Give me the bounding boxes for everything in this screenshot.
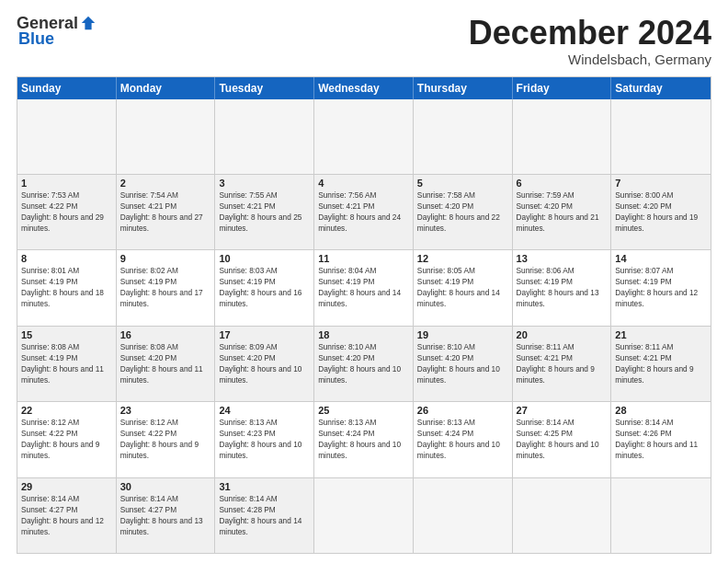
calendar-cell: 18Sunrise: 8:10 AMSunset: 4:20 PMDayligh… — [314, 327, 414, 401]
day-info: Sunrise: 8:12 AMSunset: 4:22 PMDaylight:… — [21, 417, 112, 461]
day-of-week-friday: Friday — [513, 77, 612, 99]
calendar-cell — [611, 478, 711, 553]
day-info: Sunrise: 8:06 AMSunset: 4:19 PMDaylight:… — [517, 265, 608, 309]
day-number: 10 — [219, 253, 310, 264]
calendar-cell — [215, 99, 314, 174]
day-number: 6 — [517, 178, 608, 189]
day-of-week-monday: Monday — [117, 77, 216, 99]
day-info: Sunrise: 8:08 AMSunset: 4:20 PMDaylight:… — [120, 341, 211, 385]
calendar-cell: 16Sunrise: 8:08 AMSunset: 4:20 PMDayligh… — [117, 327, 216, 401]
calendar-cell: 5Sunrise: 7:58 AMSunset: 4:20 PMDaylight… — [414, 175, 513, 249]
day-number: 22 — [21, 405, 112, 416]
calendar-cell: 4Sunrise: 7:56 AMSunset: 4:21 PMDaylight… — [314, 175, 414, 249]
day-info: Sunrise: 7:59 AMSunset: 4:20 PMDaylight:… — [517, 190, 608, 234]
day-info: Sunrise: 8:02 AMSunset: 4:19 PMDaylight:… — [120, 265, 211, 309]
day-number: 28 — [615, 405, 707, 416]
svg-marker-0 — [82, 17, 95, 29]
calendar-cell — [17, 99, 117, 174]
day-info: Sunrise: 8:14 AMSunset: 4:25 PMDaylight:… — [517, 417, 608, 461]
calendar: SundayMondayTuesdayWednesdayThursdayFrid… — [17, 76, 711, 554]
day-info: Sunrise: 8:10 AMSunset: 4:20 PMDaylight:… — [417, 341, 508, 385]
calendar-cell: 2Sunrise: 7:54 AMSunset: 4:21 PMDaylight… — [117, 175, 216, 249]
day-of-week-thursday: Thursday — [414, 77, 513, 99]
calendar-cell: 11Sunrise: 8:04 AMSunset: 4:19 PMDayligh… — [314, 250, 414, 325]
calendar-cell: 1Sunrise: 7:53 AMSunset: 4:22 PMDaylight… — [17, 175, 117, 249]
day-info: Sunrise: 8:13 AMSunset: 4:24 PMDaylight:… — [318, 417, 409, 461]
calendar-cell: 6Sunrise: 7:59 AMSunset: 4:20 PMDaylight… — [513, 175, 612, 249]
day-info: Sunrise: 7:54 AMSunset: 4:21 PMDaylight:… — [120, 190, 211, 234]
calendar-cell: 23Sunrise: 8:12 AMSunset: 4:22 PMDayligh… — [117, 402, 216, 477]
calendar-cell: 12Sunrise: 8:05 AMSunset: 4:19 PMDayligh… — [414, 250, 513, 325]
calendar-cell: 28Sunrise: 8:14 AMSunset: 4:26 PMDayligh… — [611, 402, 711, 477]
day-number: 3 — [219, 178, 310, 189]
calendar-body: 1Sunrise: 7:53 AMSunset: 4:22 PMDaylight… — [17, 99, 711, 553]
day-info: Sunrise: 7:53 AMSunset: 4:22 PMDaylight:… — [21, 190, 112, 234]
day-number: 24 — [219, 405, 310, 416]
day-number: 18 — [318, 329, 409, 340]
calendar-cell — [314, 99, 414, 174]
day-info: Sunrise: 8:14 AMSunset: 4:27 PMDaylight:… — [21, 493, 112, 537]
day-info: Sunrise: 8:00 AMSunset: 4:20 PMDaylight:… — [615, 190, 707, 234]
calendar-cell — [513, 99, 612, 174]
day-of-week-saturday: Saturday — [611, 77, 711, 99]
calendar-cell: 25Sunrise: 8:13 AMSunset: 4:24 PMDayligh… — [314, 402, 414, 477]
day-info: Sunrise: 8:11 AMSunset: 4:21 PMDaylight:… — [615, 341, 707, 385]
day-number: 14 — [615, 253, 707, 264]
day-info: Sunrise: 8:14 AMSunset: 4:28 PMDaylight:… — [219, 493, 310, 537]
page: General Blue December 2024 Windelsbach, … — [0, 0, 728, 563]
calendar-cell: 17Sunrise: 8:09 AMSunset: 4:20 PMDayligh… — [215, 327, 314, 401]
day-info: Sunrise: 8:12 AMSunset: 4:22 PMDaylight:… — [120, 417, 211, 461]
day-info: Sunrise: 8:14 AMSunset: 4:26 PMDaylight:… — [615, 417, 707, 461]
day-number: 20 — [517, 329, 608, 340]
calendar-row-2: 1Sunrise: 7:53 AMSunset: 4:22 PMDaylight… — [17, 175, 711, 250]
day-number: 23 — [120, 405, 211, 416]
day-number: 21 — [615, 329, 707, 340]
month-title: December 2024 — [469, 15, 711, 52]
header: General Blue December 2024 Windelsbach, … — [17, 15, 711, 67]
day-info: Sunrise: 8:01 AMSunset: 4:19 PMDaylight:… — [21, 265, 112, 309]
day-of-week-tuesday: Tuesday — [215, 77, 314, 99]
calendar-row-5: 22Sunrise: 8:12 AMSunset: 4:22 PMDayligh… — [17, 402, 711, 477]
calendar-cell: 26Sunrise: 8:13 AMSunset: 4:24 PMDayligh… — [414, 402, 513, 477]
calendar-cell: 19Sunrise: 8:10 AMSunset: 4:20 PMDayligh… — [414, 327, 513, 401]
calendar-cell: 7Sunrise: 8:00 AMSunset: 4:20 PMDaylight… — [611, 175, 711, 249]
calendar-cell: 15Sunrise: 8:08 AMSunset: 4:19 PMDayligh… — [17, 327, 117, 401]
day-number: 15 — [21, 329, 112, 340]
day-number: 25 — [318, 405, 409, 416]
location: Windelsbach, Germany — [469, 52, 711, 67]
day-info: Sunrise: 8:11 AMSunset: 4:21 PMDaylight:… — [517, 341, 608, 385]
day-number: 26 — [417, 405, 508, 416]
day-info: Sunrise: 8:04 AMSunset: 4:19 PMDaylight:… — [318, 265, 409, 309]
day-number: 30 — [120, 481, 211, 492]
calendar-cell: 10Sunrise: 8:03 AMSunset: 4:19 PMDayligh… — [215, 250, 314, 325]
day-number: 31 — [219, 481, 310, 492]
day-number: 2 — [120, 178, 211, 189]
day-number: 12 — [417, 253, 508, 264]
calendar-cell: 13Sunrise: 8:06 AMSunset: 4:19 PMDayligh… — [513, 250, 612, 325]
calendar-cell: 21Sunrise: 8:11 AMSunset: 4:21 PMDayligh… — [611, 327, 711, 401]
day-info: Sunrise: 8:03 AMSunset: 4:19 PMDaylight:… — [219, 265, 310, 309]
calendar-cell: 31Sunrise: 8:14 AMSunset: 4:28 PMDayligh… — [215, 478, 314, 553]
day-number: 8 — [21, 253, 112, 264]
day-number: 11 — [318, 253, 409, 264]
logo-icon — [80, 15, 97, 31]
day-number: 27 — [517, 405, 608, 416]
day-number: 5 — [417, 178, 508, 189]
calendar-cell — [314, 478, 414, 553]
day-number: 7 — [615, 178, 707, 189]
day-number: 13 — [517, 253, 608, 264]
day-number: 9 — [120, 253, 211, 264]
calendar-row-3: 8Sunrise: 8:01 AMSunset: 4:19 PMDaylight… — [17, 250, 711, 326]
day-info: Sunrise: 8:07 AMSunset: 4:19 PMDaylight:… — [615, 265, 707, 309]
calendar-row-1 — [17, 99, 711, 175]
calendar-header: SundayMondayTuesdayWednesdayThursdayFrid… — [17, 77, 711, 99]
day-info: Sunrise: 8:05 AMSunset: 4:19 PMDaylight:… — [417, 265, 508, 309]
day-info: Sunrise: 8:09 AMSunset: 4:20 PMDaylight:… — [219, 341, 310, 385]
calendar-cell — [513, 478, 612, 553]
day-number: 1 — [21, 178, 112, 189]
calendar-cell — [611, 99, 711, 174]
calendar-cell: 30Sunrise: 8:14 AMSunset: 4:27 PMDayligh… — [117, 478, 216, 553]
calendar-row-4: 15Sunrise: 8:08 AMSunset: 4:19 PMDayligh… — [17, 327, 711, 402]
calendar-cell: 22Sunrise: 8:12 AMSunset: 4:22 PMDayligh… — [17, 402, 117, 477]
calendar-cell — [414, 99, 513, 174]
